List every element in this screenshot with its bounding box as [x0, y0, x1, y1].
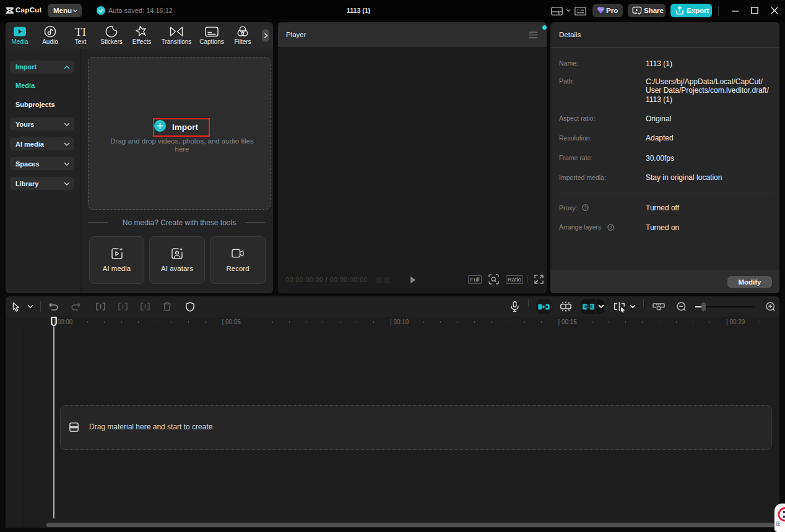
svg-text:?: ? — [609, 225, 612, 230]
svg-text:?: ? — [584, 205, 586, 210]
svg-text:TI: TI — [75, 25, 86, 38]
